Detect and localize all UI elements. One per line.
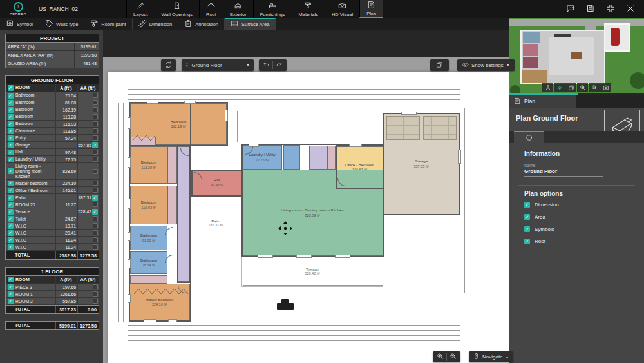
annex-checkbox[interactable] [93, 107, 98, 112]
annex-checkbox[interactable] [93, 181, 98, 186]
ribbon-symbol[interactable]: Symbol [0, 18, 39, 30]
room-checkbox[interactable]: ✓ [8, 216, 14, 222]
annex-checkbox[interactable]: ✓ [92, 195, 98, 201]
symbols-checkbox[interactable]: ✓ [524, 226, 530, 232]
cedreo-logo[interactable]: ↑ CEDREO [0, 0, 36, 18]
dimension-checkbox[interactable]: ✓ [524, 202, 530, 208]
tab-plan[interactable]: Plan [359, 0, 383, 18]
room-checkbox[interactable]: ✓ [8, 195, 14, 201]
tab-hd-visual[interactable]: HD Visual [325, 0, 359, 18]
stamp-icon [6, 19, 14, 29]
ribbon-label: Symbol [17, 21, 33, 27]
annex-checkbox[interactable] [93, 244, 98, 250]
annex-checkbox[interactable] [93, 157, 98, 162]
room-checkbox[interactable]: ✓ [8, 157, 14, 162]
annex-checkbox[interactable] [93, 230, 98, 235]
room-checkbox[interactable]: ✓ [8, 121, 14, 127]
preview-floors-button[interactable] [565, 83, 576, 92]
annex-checkbox[interactable] [93, 284, 98, 289]
annex-checkbox[interactable] [93, 93, 98, 98]
annex-checkbox[interactable] [93, 237, 98, 242]
undo-button[interactable] [263, 61, 270, 70]
tab-materials[interactable]: Materials [292, 0, 325, 18]
room-checkbox[interactable]: ✓ [8, 237, 14, 243]
zoom-out-button[interactable] [450, 353, 457, 361]
room-checkbox[interactable]: ✓ [8, 168, 14, 174]
preview-snapshot-button[interactable] [600, 83, 611, 92]
ribbon-annotation[interactable]: Annotation [178, 18, 225, 30]
name-field-input[interactable]: Ground Floor [524, 168, 603, 177]
tab-furnishings[interactable]: Furnishings [253, 0, 292, 18]
feedback-icon[interactable] [566, 4, 575, 13]
room-checkbox[interactable]: ✓ [8, 299, 14, 304]
shrink-icon[interactable] [606, 4, 615, 13]
room-checkbox[interactable]: ✓ [8, 284, 14, 290]
annex-checkbox[interactable] [93, 150, 98, 155]
annex-checkbox[interactable] [93, 202, 98, 207]
room-checkbox[interactable]: ✓ [8, 107, 14, 113]
camera-symbol[interactable] [277, 303, 294, 310]
ribbon-surface-area[interactable]: Surface Area [225, 18, 276, 30]
roof-checkbox[interactable]: ✓ [524, 239, 530, 244]
annex-checkbox[interactable] [93, 128, 98, 133]
sync-view-button[interactable] [161, 59, 176, 71]
preview-zoom-in-button[interactable] [577, 83, 588, 92]
tab-wall-openings[interactable]: Wall Openings [155, 0, 200, 18]
room-checkbox[interactable]: ✓ [8, 181, 14, 186]
annex-checkbox[interactable] [93, 216, 98, 221]
preview-orbit-button[interactable] [554, 83, 565, 92]
room-checkbox[interactable]: ✓ [8, 188, 14, 193]
tab-layout[interactable]: Layout [126, 0, 155, 18]
preview-walkthrough-button[interactable] [542, 83, 553, 92]
room-checkbox[interactable]: ✓ [8, 223, 14, 229]
tab-plan[interactable]: Plan [509, 95, 576, 108]
room-checkbox[interactable]: ✓ [8, 230, 14, 236]
move-cursor-symbol[interactable] [278, 221, 293, 239]
navigate-button[interactable]: Navigate ▲ [469, 351, 513, 362]
annex-checkbox[interactable] [93, 299, 98, 304]
project-row-value: 491.48 [74, 59, 99, 68]
ribbon-room-paint[interactable]: Room paint [84, 18, 132, 30]
annex-checkbox[interactable]: ✓ [92, 209, 98, 215]
tab-exterior[interactable]: Exterior [223, 0, 253, 18]
annex-checkbox[interactable] [93, 188, 98, 193]
annex-checkbox[interactable] [93, 114, 98, 119]
room-checkbox[interactable]: ✓ [8, 209, 14, 215]
show-settings-button[interactable]: Show settings ▼ [457, 59, 515, 71]
annex-checkbox[interactable]: ✓ [92, 142, 98, 148]
floor-selector[interactable]: ▲▼ Ground Floor ▼ [182, 59, 254, 71]
layers-button[interactable] [430, 59, 449, 71]
tab-information[interactable] [514, 131, 544, 143]
annex-checkbox[interactable] [93, 223, 98, 228]
ribbon-walls-type[interactable]: Walls type [39, 18, 84, 30]
room-checkbox[interactable]: ✓ [8, 244, 14, 250]
room-checkbox[interactable]: ✓ [8, 100, 14, 106]
room-checkbox[interactable]: ✓ [8, 128, 14, 134]
room-checkbox[interactable]: ✓ [8, 142, 14, 148]
area-checkbox[interactable]: ✓ [524, 214, 530, 220]
redo-button[interactable] [276, 61, 283, 70]
select-all-checkbox[interactable]: ✓ [8, 277, 14, 282]
floor-spinner[interactable]: ▲▼ [185, 63, 188, 68]
annex-checkbox[interactable] [93, 135, 98, 141]
select-all-checkbox[interactable]: ✓ [8, 85, 14, 91]
preview-zoom-out-button[interactable] [589, 83, 600, 92]
room-checkbox[interactable]: ✓ [8, 150, 14, 155]
floor-plan-sheet[interactable]: Bedroom162.19 ft²Bedroom113.28 ft²Bedroo… [108, 72, 509, 363]
room-checkbox[interactable]: ✓ [8, 202, 14, 208]
room-area-a: 162.19 [55, 106, 77, 113]
tab-roof[interactable]: Roof [199, 0, 223, 18]
ribbon-dimension[interactable]: Dimension [133, 18, 178, 30]
annex-checkbox[interactable] [93, 100, 98, 105]
room-checkbox[interactable]: ✓ [8, 291, 14, 297]
close-icon[interactable] [626, 4, 635, 13]
annex-checkbox[interactable] [93, 169, 98, 174]
room-checkbox[interactable]: ✓ [8, 135, 14, 141]
annex-checkbox[interactable] [93, 121, 98, 126]
room-checkbox[interactable]: ✓ [8, 93, 14, 99]
room-checkbox[interactable]: ✓ [8, 114, 14, 120]
annex-checkbox[interactable] [93, 291, 98, 297]
save-icon[interactable] [586, 4, 595, 13]
zoom-in-button[interactable] [437, 353, 444, 361]
3d-preview[interactable] [509, 18, 644, 93]
